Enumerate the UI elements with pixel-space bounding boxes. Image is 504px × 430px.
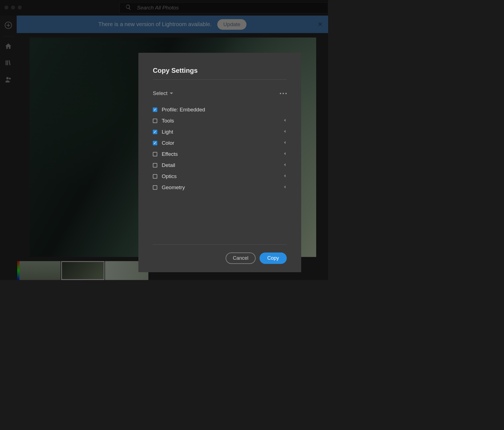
update-banner: There is a new version of Lightroom avai… — [17, 16, 328, 33]
checkbox[interactable] — [153, 119, 157, 123]
update-button[interactable]: Update — [217, 19, 246, 30]
sharing-icon[interactable] — [5, 76, 12, 84]
add-icon[interactable] — [5, 22, 12, 30]
checkbox[interactable] — [153, 185, 157, 190]
thumbnail-selected[interactable] — [61, 261, 104, 280]
setting-label: Profile: Embedded — [162, 107, 287, 113]
cancel-button[interactable]: Cancel — [226, 252, 256, 264]
copy-button[interactable]: Copy — [260, 252, 287, 264]
checkbox[interactable] — [153, 141, 157, 145]
setting-label: Tools — [162, 118, 278, 124]
setting-row: Light — [153, 126, 287, 138]
chevron-left-icon[interactable] — [283, 185, 287, 190]
dialog-select-row: Select — [153, 90, 287, 96]
settings-list: Profile: EmbeddedToolsLightColorEffectsD… — [153, 104, 287, 193]
svg-point-2 — [9, 78, 11, 80]
minimize-dot[interactable] — [11, 6, 15, 9]
select-label: Select — [153, 90, 168, 96]
close-dot[interactable] — [4, 6, 8, 9]
checkbox[interactable] — [153, 152, 157, 156]
chevron-down-icon — [169, 91, 174, 96]
setting-row: Geometry — [153, 182, 287, 193]
chevron-left-icon[interactable] — [283, 129, 287, 134]
setting-label: Detail — [162, 162, 278, 168]
top-bar — [0, 0, 328, 16]
checkbox[interactable] — [153, 163, 157, 168]
rail-separator — [3, 36, 14, 36]
more-options-icon[interactable] — [280, 93, 287, 94]
svg-point-1 — [6, 77, 9, 79]
setting-row: Tools — [153, 115, 287, 126]
setting-row: Effects — [153, 149, 287, 160]
checkbox[interactable] — [153, 174, 157, 179]
setting-row: Optics — [153, 171, 287, 182]
select-dropdown[interactable]: Select — [153, 90, 174, 96]
copy-settings-dialog: Copy Settings Select Profile: EmbeddedTo… — [138, 53, 301, 272]
chevron-left-icon[interactable] — [283, 141, 287, 146]
search-input[interactable] — [137, 5, 322, 11]
chevron-left-icon[interactable] — [283, 163, 287, 168]
dialog-title: Copy Settings — [153, 67, 287, 80]
search-icon — [125, 4, 131, 11]
thumbnail[interactable] — [17, 261, 61, 280]
setting-label: Light — [162, 129, 278, 135]
chevron-left-icon[interactable] — [283, 118, 287, 123]
setting-row: Color — [153, 138, 287, 149]
setting-label: Color — [162, 140, 278, 146]
search-box[interactable] — [119, 2, 328, 13]
home-icon[interactable] — [5, 42, 12, 51]
window-traffic-lights — [4, 6, 22, 9]
left-rail — [0, 16, 17, 280]
dialog-footer: Cancel Copy — [153, 244, 287, 264]
setting-label: Geometry — [162, 184, 278, 191]
checkbox[interactable] — [153, 130, 157, 134]
close-icon[interactable]: ✕ — [318, 21, 323, 28]
chevron-left-icon[interactable] — [283, 174, 287, 179]
setting-label: Optics — [162, 173, 278, 179]
chevron-left-icon[interactable] — [283, 152, 287, 157]
checkbox[interactable] — [153, 108, 157, 112]
library-icon[interactable] — [5, 59, 12, 68]
banner-message: There is a new version of Lightroom avai… — [98, 21, 212, 28]
setting-row: Profile: Embedded — [153, 104, 287, 115]
setting-row: Detail — [153, 160, 287, 171]
maximize-dot[interactable] — [18, 6, 22, 9]
setting-label: Effects — [162, 151, 278, 157]
